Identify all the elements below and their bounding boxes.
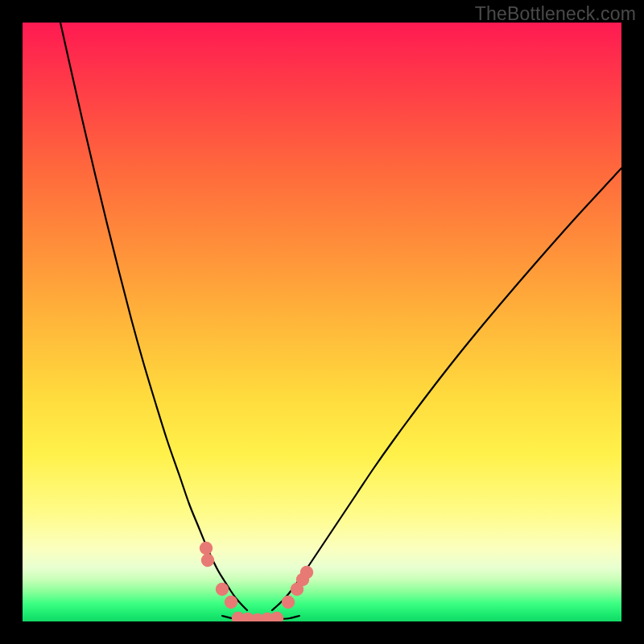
outer-frame: TheBottleneck.com [0,0,644,644]
marker-dot [270,612,283,621]
watermark-text: TheBottleneck.com [475,3,636,25]
curve-right [272,168,621,610]
marker-dot [300,566,313,579]
marker-dot [225,596,237,609]
curve-layer [23,23,621,621]
marker-dot [282,596,295,609]
plot-area [23,23,621,621]
marker-dot [201,554,214,567]
curve-left [60,23,247,610]
marker-layer [200,542,313,621]
marker-dot [200,542,213,555]
marker-dot [216,583,229,596]
